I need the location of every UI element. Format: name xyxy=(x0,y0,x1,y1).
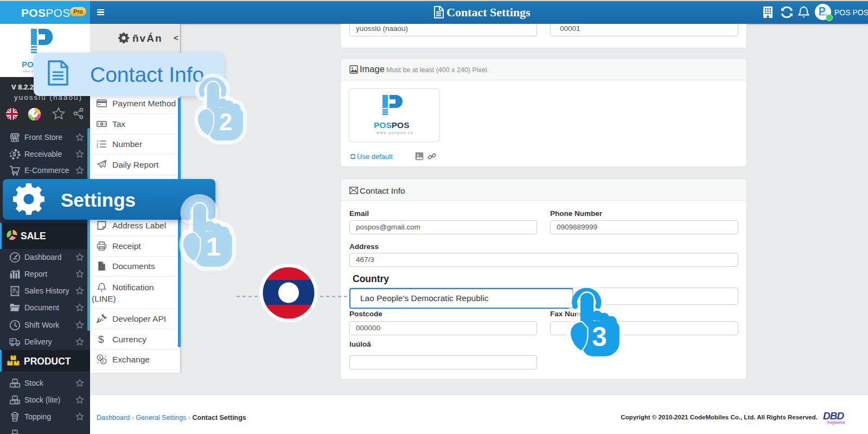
svg-text:3: 3 xyxy=(97,146,99,149)
svg-text:$: $ xyxy=(101,122,103,125)
svg-text:1: 1 xyxy=(206,232,220,261)
svg-text:2: 2 xyxy=(219,108,232,135)
svg-text:3: 3 xyxy=(592,322,607,352)
svg-text:$: $ xyxy=(16,290,18,293)
svg-text:$: $ xyxy=(99,355,101,359)
svg-text:£: £ xyxy=(102,359,104,363)
svg-text:$: $ xyxy=(12,151,16,157)
